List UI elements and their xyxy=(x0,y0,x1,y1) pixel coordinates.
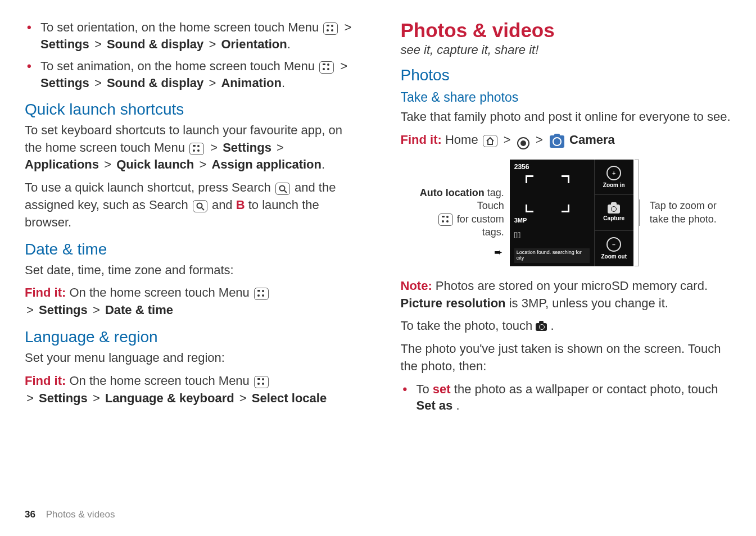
path-date-time: Date & time xyxy=(105,303,173,317)
camera-label: Camera xyxy=(569,133,615,147)
menu-grid-icon xyxy=(323,22,338,35)
key-b: B xyxy=(236,198,245,212)
path-assign-app: Assign application xyxy=(211,157,322,171)
svg-point-17 xyxy=(262,290,264,292)
text: To set orientation, on the home screen t… xyxy=(40,20,322,34)
heading-quick-launch: Quick launch shortcuts xyxy=(25,101,356,119)
plus-icon: + xyxy=(606,166,621,180)
orientation-animation-list: To set orientation, on the home screen t… xyxy=(25,19,356,92)
text: the photo as a wallpaper or contact phot… xyxy=(454,382,718,396)
svg-point-18 xyxy=(257,294,260,297)
text: Photos are stored on your microSD memory… xyxy=(436,279,708,293)
date-time-p: Set date, time, time zone and formats: xyxy=(25,262,356,279)
focus-brackets-icon xyxy=(526,175,569,212)
text: for custom tags. xyxy=(457,214,504,238)
menu-grid-icon xyxy=(189,143,204,155)
text-set: set xyxy=(433,382,451,396)
svg-point-9 xyxy=(197,145,200,147)
location-status: Location found. searching for city xyxy=(514,248,590,263)
page-footer: 36 Photos & videos xyxy=(25,509,115,520)
text: To set animation, on the home screen tou… xyxy=(40,59,318,73)
heading-date-time: Date & time xyxy=(25,240,356,258)
camera-app-icon xyxy=(550,135,564,148)
path-animation: Animation xyxy=(221,76,282,90)
svg-point-12 xyxy=(279,186,284,191)
path-orientation: Orientation xyxy=(221,37,287,51)
text-bold: Picture resolution xyxy=(401,296,506,310)
search-key-icon xyxy=(275,183,290,195)
text: Auto location xyxy=(420,187,485,198)
callout-tap-zoom: Tap to zoom or take the photo. xyxy=(639,199,718,226)
path-settings: Settings xyxy=(40,37,89,51)
label: Zoom out xyxy=(601,253,627,260)
text-set-as: Set as xyxy=(417,398,453,412)
menu-grid-icon xyxy=(319,61,334,74)
menu-grid-icon xyxy=(438,214,453,226)
svg-point-11 xyxy=(197,149,200,152)
label: Capture xyxy=(603,215,624,221)
camera-screenshot-figure: Auto location tag. Touch for custom tags… xyxy=(401,160,732,266)
photo-count: 2356 xyxy=(514,163,529,171)
capture-button[interactable]: Capture xyxy=(595,195,633,231)
photo-actions-list: To set the photo as a wallpaper or conta… xyxy=(401,381,732,414)
svg-rect-16 xyxy=(257,290,260,292)
text: On the home screen touch Menu xyxy=(69,285,253,299)
bullet-set-as: To set the photo as a wallpaper or conta… xyxy=(401,381,732,414)
svg-point-25 xyxy=(446,216,449,218)
findit-camera: Find it: Home > > Camera xyxy=(401,131,732,149)
right-column: Photos & videos see it, capture it, shar… xyxy=(401,19,732,420)
findit-label: Find it: xyxy=(401,133,442,147)
quick-launch-p1: To set keyboard shortcuts to launch your… xyxy=(25,122,356,174)
camera-icon xyxy=(608,205,620,214)
svg-line-15 xyxy=(202,208,204,210)
take-photo-instruction: To take the photo, touch . xyxy=(401,317,732,335)
gps-off-icon: ⚡⃠ xyxy=(514,230,521,240)
svg-point-2 xyxy=(327,29,329,31)
path-settings: Settings xyxy=(39,303,88,317)
quick-launch-p2: To use a quick launch shortcut, press Se… xyxy=(25,179,356,231)
text: and xyxy=(212,198,236,212)
date-time-findit: Find it: On the home screen touch Menu >… xyxy=(25,284,356,319)
text: . xyxy=(551,319,554,333)
svg-point-6 xyxy=(323,68,325,70)
heading-language-region: Language & region xyxy=(25,328,356,346)
bullet-orientation: To set orientation, on the home screen t… xyxy=(25,19,356,52)
svg-rect-8 xyxy=(193,145,196,147)
path-settings: Settings xyxy=(40,76,89,90)
svg-point-7 xyxy=(327,68,329,70)
callout-auto-location: Auto location tag. Touch for custom tags… xyxy=(414,187,504,239)
svg-point-14 xyxy=(197,203,202,208)
path-applications: Applications xyxy=(25,157,99,171)
menu-grid-icon xyxy=(254,376,269,388)
section-name: Photos & videos xyxy=(46,509,115,520)
zoom-out-button[interactable]: − Zoom out xyxy=(595,231,633,266)
text: To use a quick launch shortcut, press Se… xyxy=(25,180,274,194)
svg-point-1 xyxy=(331,25,333,27)
svg-point-23 xyxy=(262,383,264,385)
svg-rect-24 xyxy=(442,216,445,217)
svg-point-3 xyxy=(331,29,333,31)
language-p: Set your menu language and region: xyxy=(25,349,356,367)
callout-bracket xyxy=(635,160,639,266)
svg-point-22 xyxy=(257,383,260,385)
callout-arrow-icon: ➨ xyxy=(494,246,503,258)
left-column: To set orientation, on the home screen t… xyxy=(25,19,356,420)
svg-line-13 xyxy=(284,190,287,193)
zoom-in-button[interactable]: + Zoom in xyxy=(595,160,633,196)
heading-photos-videos: Photos & videos xyxy=(401,19,732,42)
home-key-icon xyxy=(483,135,497,147)
findit-label: Find it: xyxy=(25,285,66,299)
path-sound-display: Sound & display xyxy=(107,76,203,90)
label: Zoom in xyxy=(603,182,625,188)
svg-rect-20 xyxy=(257,378,260,380)
findit-label: Find it: xyxy=(25,374,66,388)
minus-icon: − xyxy=(606,237,621,252)
text: Home xyxy=(445,133,482,147)
photo-shown-p: The photo you've just taken is shown on … xyxy=(401,340,732,375)
text: To set keyboard shortcuts to launch your… xyxy=(25,123,342,155)
note-resolution: Note: Photos are stored on your microSD … xyxy=(401,278,732,312)
camera-icon xyxy=(536,323,547,331)
launcher-circle-icon xyxy=(517,137,529,149)
svg-point-21 xyxy=(262,378,264,380)
svg-point-27 xyxy=(446,220,449,222)
